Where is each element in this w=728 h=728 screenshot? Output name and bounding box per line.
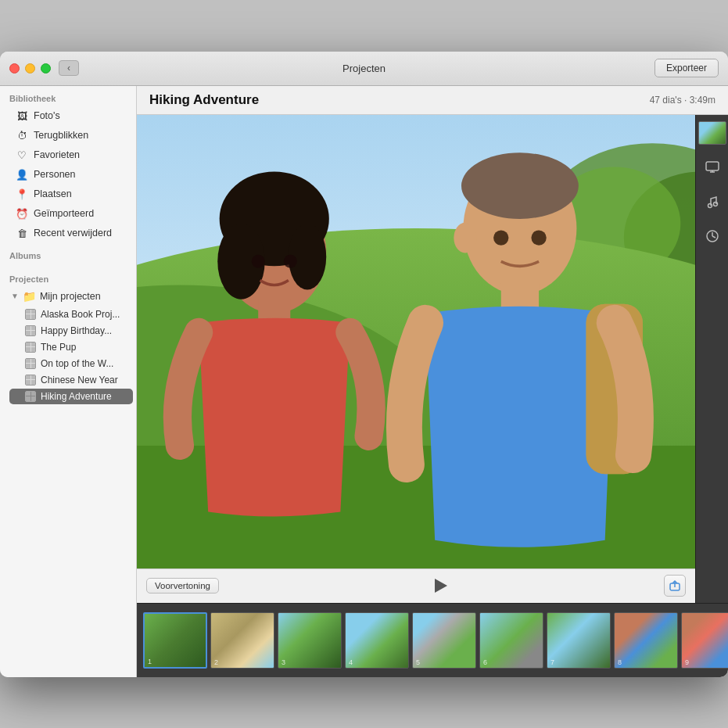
mijn-projecten-item[interactable]: ▼ 📁 Mijn projecten [0, 287, 136, 306]
slideshow-meta: 47 dia's · 3:49m [650, 95, 715, 106]
project-hiking-label: Hiking Adventure [41, 391, 112, 402]
project-item-alaska[interactable]: Alaska Book Proj... [9, 307, 133, 322]
traffic-lights [9, 63, 51, 74]
window-title: Projecten [342, 63, 386, 74]
film-thumb-8[interactable]: 8 [614, 612, 678, 669]
preview-controls: Voorvertoning [137, 568, 695, 603]
mini-photo-thumb[interactable] [698, 121, 726, 145]
sidebar-recent-label: Recent verwijderd [34, 228, 112, 238]
display-icon [705, 160, 719, 174]
photos-icon: 🖼 [16, 110, 28, 122]
project-item-pup[interactable]: The Pup [9, 339, 133, 355]
sidebar-item-favorieten[interactable]: ♡ Favorieten [3, 146, 133, 164]
svg-point-20 [531, 230, 546, 245]
sidebar-item-fotos[interactable]: 🖼 Foto's [3, 107, 133, 125]
albums-label: Albums [0, 243, 136, 264]
svg-line-31 [712, 236, 715, 238]
app-window: ‹ Projecten Exporteer Bibliotheek 🖼 Foto… [0, 52, 728, 677]
play-icon[interactable] [435, 579, 447, 593]
favorites-icon: ♡ [16, 149, 28, 161]
sidebar-item-personen[interactable]: 👤 Personen [3, 166, 133, 184]
sidebar-item-recent[interactable]: 🗑 Recent verwijderd [3, 224, 133, 242]
projecten-section-label: Projecten [0, 267, 136, 287]
thumb-num-7: 7 [550, 658, 554, 666]
thumb-num-2: 2 [214, 658, 218, 666]
timer-icon-button[interactable] [701, 224, 724, 248]
film-thumb-4[interactable]: 4 [345, 612, 409, 669]
sidebar-item-geimporteerd[interactable]: ⏰ Geïmporteerd [3, 205, 133, 223]
sidebar-personen-label: Personen [34, 169, 76, 180]
svg-point-28 [713, 202, 717, 206]
film-thumb-6[interactable]: 6 [479, 612, 543, 669]
places-icon: 📍 [16, 188, 28, 200]
thumb-num-3: 3 [282, 658, 285, 666]
slideshow-title: Hiking Adventure [149, 92, 259, 108]
main-content: Bibliotheek 🖼 Foto's ⏱ Terugblikken ♡ Fa… [0, 86, 728, 677]
folder-icon: 📁 [23, 290, 36, 303]
preview-button[interactable]: Voorvertoning [146, 578, 219, 594]
music-icon-button[interactable] [701, 190, 724, 213]
slideshow-header: Hiking Adventure 47 dia's · 3:49m [137, 86, 728, 115]
film-thumb-1[interactable]: 1 [143, 612, 207, 669]
slideshow-icon-active [25, 391, 36, 402]
slideshow-icon [25, 309, 36, 320]
share-icon [669, 579, 681, 592]
slideshow-icon [25, 325, 36, 336]
thumb-num-1: 1 [148, 658, 152, 665]
project-birthday-label: Happy Birthday... [41, 325, 112, 336]
film-thumb-2[interactable]: 2 [210, 612, 274, 669]
svg-point-19 [493, 230, 508, 245]
project-ontop-label: On top of the W... [41, 358, 113, 369]
clock-icon [705, 229, 719, 243]
project-item-ontop[interactable]: On top of the W... [9, 356, 133, 371]
main-photo [137, 115, 695, 568]
thumb-num-8: 8 [618, 658, 622, 666]
sidebar-favorieten-label: Favorieten [34, 149, 80, 160]
sidebar-plaatsen-label: Plaatsen [34, 188, 72, 199]
project-item-chinese[interactable]: Chinese New Year [9, 372, 133, 388]
chevron-down-icon: ▼ [11, 292, 19, 300]
filmstrip: 1 2 3 4 5 6 7 [137, 603, 728, 677]
sidebar-terugblikken-label: Terugblikken [34, 130, 88, 141]
slideshow-icon [25, 358, 36, 369]
project-pup-label: The Pup [41, 342, 76, 353]
film-thumb-7[interactable]: 7 [547, 612, 611, 669]
sidebar-item-plaatsen[interactable]: 📍 Plaatsen [3, 185, 133, 203]
photo-area: Voorvertoning [137, 115, 728, 603]
share-button[interactable] [664, 575, 686, 597]
imported-icon: ⏰ [16, 208, 28, 220]
mijn-projecten-label: Mijn projecten [40, 291, 101, 302]
titlebar: ‹ Projecten Exporteer [0, 52, 728, 86]
play-button-area[interactable] [225, 579, 658, 593]
chevron-left-icon: ‹ [67, 63, 70, 74]
sidebar: Bibliotheek 🖼 Foto's ⏱ Terugblikken ♡ Fa… [0, 86, 137, 677]
back-button[interactable]: ‹ [59, 60, 79, 76]
bibliotheek-label: Bibliotheek [0, 86, 136, 106]
sidebar-item-terugblikken[interactable]: ⏱ Terugblikken [3, 127, 133, 145]
film-thumb-3[interactable]: 3 [278, 612, 342, 669]
project-list: Alaska Book Proj... Happy Birthday... Th… [0, 306, 136, 405]
sidebar-fotos-label: Foto's [34, 110, 60, 121]
fullscreen-button[interactable] [41, 63, 51, 74]
photo-container[interactable] [137, 115, 695, 568]
screen-icon-button[interactable] [701, 156, 724, 179]
slideshow-icon [25, 375, 36, 386]
film-thumb-5[interactable]: 5 [412, 612, 476, 669]
thumb-num-5: 5 [416, 658, 420, 666]
export-button[interactable]: Exporteer [654, 59, 719, 77]
sidebar-geimporteerd-label: Geïmporteerd [34, 208, 94, 219]
close-button[interactable] [9, 63, 20, 74]
svg-point-21 [454, 222, 476, 253]
project-chinese-label: Chinese New Year [41, 375, 118, 386]
music-icon [705, 195, 719, 209]
project-item-hiking[interactable]: Hiking Adventure [9, 389, 133, 404]
slideshow-icon [25, 342, 36, 353]
main-area: Hiking Adventure 47 dia's · 3:49m [137, 86, 728, 677]
film-thumb-9[interactable]: 9 [681, 612, 728, 669]
photo-main: Voorvertoning [137, 115, 695, 603]
memories-icon: ⏱ [16, 130, 28, 142]
project-item-birthday[interactable]: Happy Birthday... [9, 323, 133, 339]
minimize-button[interactable] [25, 63, 35, 74]
svg-point-13 [284, 254, 297, 267]
trash-icon: 🗑 [16, 228, 28, 239]
